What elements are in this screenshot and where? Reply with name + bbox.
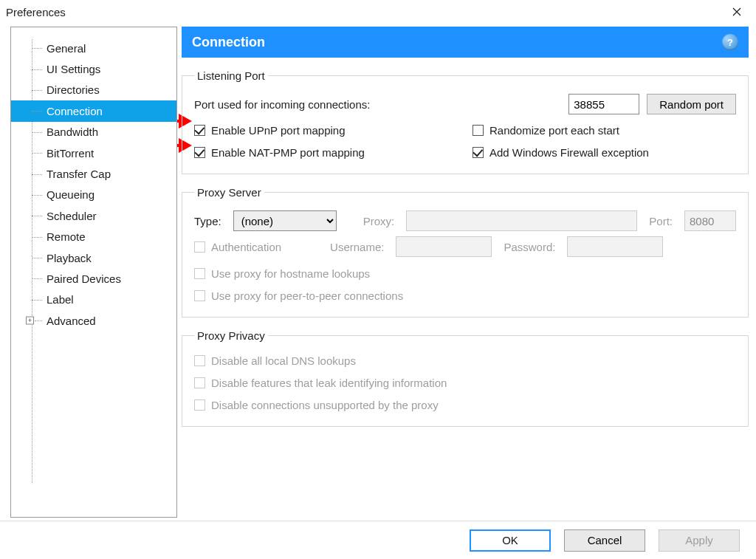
window-title: Preferences: [6, 6, 721, 18]
password-label: Password:: [504, 241, 555, 253]
randomize-port-checkbox[interactable]: [472, 125, 484, 136]
apply-button: Apply: [659, 529, 740, 552]
upnp-label: Enable UPnP port mapping: [211, 124, 346, 137]
main-area: General UI Settings Directories Connecti…: [0, 24, 756, 521]
port-label: Port used for incoming connections:: [194, 98, 370, 111]
proxy-p2p-label: Use proxy for peer-to-peer connections: [211, 289, 403, 302]
firewall-checkbox[interactable]: [472, 147, 484, 158]
sidebar-item-label: Scheduler: [47, 210, 97, 222]
help-icon[interactable]: ?: [722, 34, 738, 50]
dialog-button-bar: OK Cancel Apply: [0, 521, 756, 559]
sidebar-item-bandwidth[interactable]: Bandwidth: [11, 122, 176, 143]
sidebar-item-label: Label: [47, 293, 74, 306]
random-port-button[interactable]: Random port: [647, 94, 736, 114]
auth-checkbox: [194, 241, 205, 253]
privacy-dns-label: Disable all local DNS lookups: [211, 354, 356, 367]
ok-button[interactable]: OK: [470, 529, 551, 552]
sidebar-item-label-category[interactable]: Label: [11, 289, 176, 310]
sidebar-item-scheduler[interactable]: Scheduler: [11, 205, 176, 226]
listening-port-group: Listening Port Port used for incoming co…: [182, 69, 749, 174]
titlebar: Preferences: [0, 0, 756, 24]
sidebar-tree: General UI Settings Directories Connecti…: [10, 27, 177, 518]
sidebar-item-remote[interactable]: Remote: [11, 227, 176, 247]
sidebar-item-paired-devices[interactable]: Paired Devices: [11, 268, 176, 289]
sidebar-item-label: BitTorrent: [47, 147, 94, 160]
sidebar-item-connection[interactable]: Connection: [11, 100, 176, 121]
proxy-hostname-checkbox: [194, 268, 205, 279]
natpmp-label: Enable NAT-PMP port mapping: [211, 146, 365, 159]
sidebar-item-playback[interactable]: Playback: [11, 247, 176, 268]
firewall-label: Add Windows Firewall exception: [489, 146, 649, 159]
close-icon: [732, 7, 741, 16]
natpmp-checkbox[interactable]: [194, 147, 205, 158]
sidebar-item-directories[interactable]: Directories: [11, 80, 176, 100]
sidebar-item-queueing[interactable]: Queueing: [11, 185, 176, 205]
proxy-type-label: Type:: [194, 215, 221, 227]
proxy-type-select[interactable]: (none): [233, 210, 337, 231]
sidebar-item-label: Queueing: [47, 188, 94, 201]
proxy-p2p-checkbox: [194, 290, 205, 301]
privacy-dns-checkbox: [194, 355, 205, 366]
privacy-leak-checkbox: [194, 377, 205, 388]
sidebar-item-label: Directories: [47, 83, 100, 96]
sidebar-item-transfer-cap[interactable]: Transfer Cap: [11, 163, 176, 184]
cancel-button[interactable]: Cancel: [564, 529, 645, 552]
auth-label: Authentication: [211, 241, 281, 253]
group-title: Listening Port: [194, 69, 268, 82]
username-input: [396, 236, 492, 257]
sidebar-item-label: Advanced: [47, 315, 96, 327]
incoming-port-input[interactable]: [568, 94, 639, 114]
section-header: Connection ?: [182, 27, 749, 58]
sidebar-item-label: Playback: [47, 252, 92, 264]
privacy-unsupported-label: Disable connections unsupported by the p…: [211, 399, 439, 411]
sidebar-item-bittorrent[interactable]: BitTorrent: [11, 143, 176, 163]
tree-expand-icon[interactable]: +: [26, 317, 34, 325]
proxy-server-group: Proxy Server Type: (none) Proxy: Port: A…: [182, 186, 749, 318]
randomize-port-label: Randomize port each start: [489, 124, 619, 137]
sidebar-item-label: General: [47, 42, 86, 55]
sidebar-item-label: Remote: [47, 230, 86, 243]
content-panel: Connection ? Listening Port Port used fo…: [182, 27, 755, 521]
privacy-leak-label: Disable features that leak identifying i…: [211, 377, 447, 389]
sidebar-item-label: Bandwidth: [47, 126, 98, 138]
username-label: Username:: [330, 241, 384, 253]
proxy-host-label: Proxy:: [363, 215, 395, 227]
sidebar-item-label: UI Settings: [47, 63, 100, 75]
group-title: Proxy Privacy: [194, 329, 268, 342]
section-title: Connection: [192, 35, 265, 50]
group-title: Proxy Server: [194, 186, 264, 199]
sidebar-item-label: Transfer Cap: [47, 168, 111, 180]
sidebar-item-label: Paired Devices: [47, 272, 121, 285]
sidebar-item-general[interactable]: General: [11, 38, 176, 58]
sidebar-item-ui-settings[interactable]: UI Settings: [11, 58, 176, 79]
proxy-hostname-label: Use proxy for hostname lookups: [211, 267, 370, 280]
proxy-port-input: [684, 210, 736, 231]
sidebar-item-label: Connection: [47, 105, 103, 117]
sidebar-item-advanced[interactable]: + Advanced: [11, 310, 176, 331]
proxy-host-input: [406, 210, 637, 231]
privacy-unsupported-checkbox: [194, 399, 205, 411]
password-input: [567, 236, 663, 257]
proxy-privacy-group: Proxy Privacy Disable all local DNS look…: [182, 329, 749, 427]
upnp-checkbox[interactable]: [194, 125, 205, 136]
proxy-port-label: Port:: [649, 215, 673, 227]
close-button[interactable]: [721, 1, 753, 22]
